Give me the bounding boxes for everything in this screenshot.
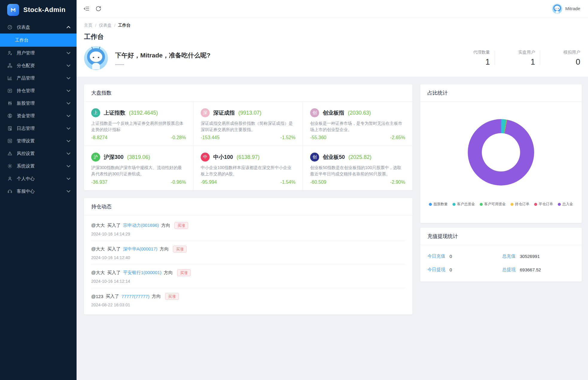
sidebar-item-admin-settings[interactable]: 管理设置 (0, 135, 77, 147)
sidebar-fold-icon[interactable] (83, 5, 90, 12)
sidebar-item-funds-management[interactable]: 资金管理 (0, 110, 77, 122)
app-logo: Stock-Admin (0, 0, 77, 19)
legend-item[interactable]: 平仓订单 (534, 202, 553, 207)
sidebar-item-user-management[interactable]: 用户管理 (0, 47, 77, 59)
breadcrumb-home[interactable]: 主页 (84, 23, 92, 28)
page-title: 工作台 (84, 32, 580, 41)
activity-row: @大大 买入了 平安银行1(000001) 方向 买涨 2024-10-16 1… (91, 265, 405, 288)
sidebar-menu: 仪表盘 工作台 用户管理 分仓配资 产品管理 (0, 19, 77, 380)
sidebar-item-workbench[interactable]: 工作台 (0, 34, 77, 47)
index-card-chinext50: 创 创业板50 (2025.82) 创业板50指数是在创业板指的100只股票中，… (303, 146, 412, 190)
legend-dot (453, 203, 456, 206)
sidebar-item-dashboard[interactable]: 仪表盘 (0, 21, 77, 34)
recharge-stats-panel: 充值提现统计 今日充值 0 总充值 30526991 今日提现 0 (420, 228, 582, 282)
histogram-icon (7, 75, 13, 81)
sidebar-item-allocation[interactable]: 分仓配资 (0, 59, 77, 72)
stock-link[interactable]: 宗申动力(001696) (123, 223, 159, 228)
stat-today-withdraw: 今日提现 0 (427, 267, 502, 273)
sidebar-item-risk-settings[interactable]: 风控设置 (0, 147, 77, 160)
app-logo-icon (7, 4, 19, 16)
activity-time: 2024-08-22 16:03:01 (91, 303, 405, 307)
sidebar-item-label: 资金管理 (17, 113, 35, 119)
legend-dot (534, 203, 537, 206)
sidebar-item-service-center[interactable]: 客服中心 (0, 185, 77, 197)
topbar: Mitrade (77, 0, 588, 17)
legend-item[interactable]: 股票数量 (429, 202, 448, 207)
activity-time: 2024-10-16 14:14:29 (91, 232, 405, 236)
legend-dot (429, 203, 432, 206)
stat-agents: 代理数量 1 (455, 50, 490, 67)
legend-item[interactable]: 持仓订单 (511, 202, 529, 207)
index-badge: 创 (310, 108, 319, 117)
direction-tag: 买涨 (177, 269, 191, 276)
sidebar-item-profile-center[interactable]: 个人中心 (0, 172, 77, 185)
sidebar-item-system-settings[interactable]: 系统设置 (0, 160, 77, 172)
index-card-szse: 深 深证成指 (9913.07) 深证成指交易所成份股价指数（简称深证成指）是深… (194, 102, 303, 146)
sidebar-item-label: 仪表盘 (17, 25, 30, 30)
avatar (552, 4, 562, 14)
sidebar-item-position-management[interactable]: 持仓管理 (0, 84, 77, 97)
index-badge: 沪 (91, 153, 100, 162)
sidebar-item-log-management[interactable]: 日志管理 (0, 122, 77, 135)
sidebar-item-label: 用户管理 (17, 50, 35, 56)
greeting-dash (115, 64, 124, 65)
user-menu[interactable]: Mitrade (552, 4, 580, 14)
breadcrumb-separator (95, 23, 96, 28)
activity-row: @大大 买入了 宗申动力(001696) 方向 买涨 2024-10-16 14… (91, 217, 405, 241)
legend-item[interactable]: 客户总资金 (453, 202, 475, 207)
sidebar-item-label: 分仓配资 (17, 63, 35, 69)
sidebar-item-label: 产品管理 (17, 75, 35, 81)
sidebar-item-product-management[interactable]: 产品管理 (0, 72, 77, 84)
sidebar-item-ipo-management[interactable]: 新股管理 (0, 97, 77, 110)
chevron-down-icon (66, 75, 71, 81)
breadcrumb-dashboard[interactable]: 仪表盘 (99, 23, 112, 28)
direction-label: 方向 (164, 270, 173, 276)
ratio-stats-panel: 占比统计 股票数量 客户总资金 客户可用资金 持仓订单 平仓订单 总入金 (420, 84, 582, 223)
gear-icon (7, 163, 13, 169)
chevron-up-icon (66, 25, 71, 30)
panel-title: 大盘指数 (84, 84, 412, 102)
breadcrumb-separator (114, 23, 115, 28)
breadcrumb-current: 工作台 (118, 23, 131, 28)
donut-chart (468, 119, 534, 186)
legend-item[interactable]: 总入金 (558, 202, 573, 207)
activity-user: @大大 (91, 223, 105, 228)
greeting-avatar (84, 46, 108, 70)
sidebar-item-label: 持仓管理 (17, 88, 35, 94)
sidebar: Stock-Admin 仪表盘 工作台 用户管理 分仓配资 (0, 0, 77, 380)
sidebar-item-label: 个人中心 (17, 176, 35, 182)
stock-link[interactable]: 77777(77777) (121, 294, 149, 299)
chevron-down-icon (66, 163, 71, 169)
hero-section: 主页 仪表盘 工作台 工作台 下午好，Mitrade，准备吃什么呢? 代理数 (77, 17, 588, 77)
activity-action: 买入了 (107, 223, 121, 228)
market-grid: 上 上证指数 (3192.4645) 上证指数是一个反映上海证券交易所挂牌股票总… (84, 102, 412, 190)
chevron-down-icon (66, 101, 71, 106)
direction-label: 方向 (161, 223, 170, 228)
stat-divider (495, 51, 495, 65)
org-chart-icon (7, 63, 13, 68)
panel-title: 持仓动态 (84, 198, 412, 215)
index-badge: 中 (201, 153, 210, 162)
activity-row: @123 买入了 77777(77777) 方向 买涨 2024-08-22 1… (91, 288, 405, 311)
panel-title: 充值提现统计 (420, 228, 582, 245)
yuan-box-icon (7, 88, 13, 93)
index-card-sse: 上 上证指数 (3192.4645) 上证指数是一个反映上海证券交易所挂牌股票总… (84, 102, 194, 146)
panel-title: 占比统计 (420, 84, 582, 102)
refresh-icon[interactable] (95, 5, 102, 12)
index-card-sme100: 中 中小100 (6138.97) 中小企业100指数样本应该都是在深交所中小企… (194, 146, 303, 190)
activity-row: @大大 买入了 深中华A(000017) 方向 买涨 2024-10-16 14… (91, 241, 405, 265)
dollar-circle-icon (7, 113, 13, 118)
activity-action: 买入了 (107, 270, 121, 276)
activity-user: @大大 (91, 270, 105, 276)
user-edit-icon (7, 50, 13, 56)
index-badge: 创 (310, 153, 319, 162)
activity-user: @123 (91, 294, 103, 299)
sidebar-item-label: 系统设置 (17, 163, 35, 169)
stock-link[interactable]: 深中华A(000017) (123, 246, 157, 252)
breadcrumb: 主页 仪表盘 工作台 (84, 23, 580, 28)
stock-link[interactable]: 平安银行1(000001) (123, 270, 161, 276)
legend-item[interactable]: 客户可用资金 (480, 202, 506, 207)
stat-divider (540, 51, 540, 65)
sidebar-subitem-label: 工作台 (15, 37, 28, 43)
stat-total-withdraw: 总提现 693667.52 (502, 267, 575, 273)
